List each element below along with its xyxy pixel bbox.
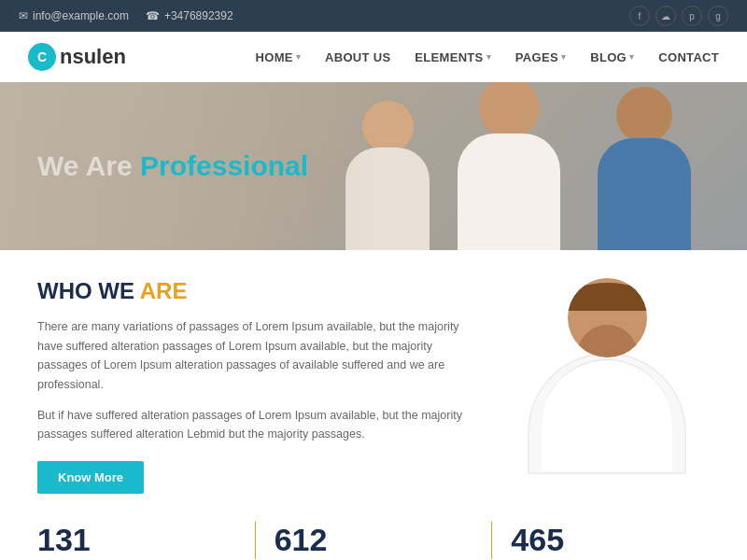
- googleplus-icon[interactable]: g: [708, 6, 728, 26]
- who-title-yellow: ARE: [140, 278, 188, 303]
- home-arrow-icon: ▾: [296, 52, 301, 62]
- person-portrait: [518, 278, 696, 474]
- stat-divider-1: [255, 522, 256, 559]
- email-text: info@example.com: [33, 9, 129, 22]
- portrait-hair: [568, 283, 647, 311]
- hero-text-prefix: We Are: [37, 150, 140, 181]
- who-content: WHO WE ARE There are many variations of …: [37, 278, 467, 494]
- portrait-body: [528, 353, 686, 474]
- know-more-button[interactable]: Know More: [37, 461, 144, 494]
- who-section: WHO WE ARE There are many variations of …: [0, 250, 747, 512]
- person-2: [458, 82, 560, 250]
- email-icon: ✉: [19, 9, 28, 22]
- instagram-icon[interactable]: ☁: [655, 6, 676, 26]
- portrait-face: [568, 278, 647, 357]
- stat-2: 612: [275, 522, 473, 558]
- nav-contact[interactable]: CONTACT: [658, 50, 719, 64]
- hero-text-highlight: Professional: [140, 150, 308, 181]
- who-paragraph-2: But if have suffered alteration passages…: [37, 406, 467, 444]
- who-title-dark: WHO WE: [37, 278, 140, 303]
- facebook-icon[interactable]: f: [629, 6, 650, 26]
- stat-2-number: 612: [275, 522, 328, 558]
- header: C nsulen HOME ▾ ABOUT US ELEMENTS ▾ PAGE…: [0, 32, 747, 82]
- logo[interactable]: C nsulen: [28, 43, 126, 71]
- phone-icon: ☎: [146, 9, 160, 22]
- phone-text: +3476892392: [164, 9, 233, 22]
- stat-3: 465: [511, 522, 710, 558]
- person-3-head: [616, 87, 672, 143]
- nav-blog[interactable]: BLOG ▾: [590, 50, 634, 64]
- who-title: WHO WE ARE: [37, 278, 467, 304]
- stat-divider-2: [491, 522, 492, 559]
- main-nav: HOME ▾ ABOUT US ELEMENTS ▾ PAGES ▾ BLOG …: [256, 50, 719, 64]
- person-image: [504, 278, 710, 494]
- email-info: ✉ info@example.com: [19, 9, 129, 22]
- nav-home[interactable]: HOME ▾: [256, 50, 302, 64]
- person-3-body: [598, 138, 691, 250]
- stat-1-number: 131: [37, 522, 91, 558]
- pages-arrow-icon: ▾: [561, 52, 566, 62]
- nav-about[interactable]: ABOUT US: [325, 50, 390, 64]
- hero-title: We Are Professional: [37, 150, 308, 182]
- person-2-body: [458, 133, 560, 250]
- logo-text: nsulen: [60, 45, 126, 69]
- portrait-shirt: [542, 359, 672, 471]
- stat-1: 131: [37, 522, 236, 558]
- portrait-head: [568, 278, 647, 357]
- top-bar-left: ✉ info@example.com ☎ +3476892392: [19, 9, 233, 22]
- nav-pages[interactable]: PAGES ▾: [515, 50, 566, 64]
- stats-bar: 131 612 465: [0, 512, 747, 559]
- person-2-head: [479, 82, 540, 138]
- portrait-jaw: [577, 325, 638, 357]
- pinterest-icon[interactable]: p: [682, 6, 702, 26]
- logo-icon: C: [28, 43, 56, 71]
- elements-arrow-icon: ▾: [486, 52, 491, 62]
- phone-info: ☎ +3476892392: [146, 9, 233, 22]
- blog-arrow-icon: ▾: [629, 52, 634, 62]
- social-icons: f ☁ p g: [629, 6, 728, 26]
- nav-elements[interactable]: ELEMENTS ▾: [415, 50, 491, 64]
- hero-section: We Are Professional: [0, 82, 747, 250]
- stat-3-number: 465: [511, 522, 564, 558]
- person-3: [598, 87, 691, 250]
- top-bar: ✉ info@example.com ☎ +3476892392 f ☁ p g: [0, 0, 747, 32]
- who-paragraph-1: There are many variations of passages of…: [37, 317, 467, 395]
